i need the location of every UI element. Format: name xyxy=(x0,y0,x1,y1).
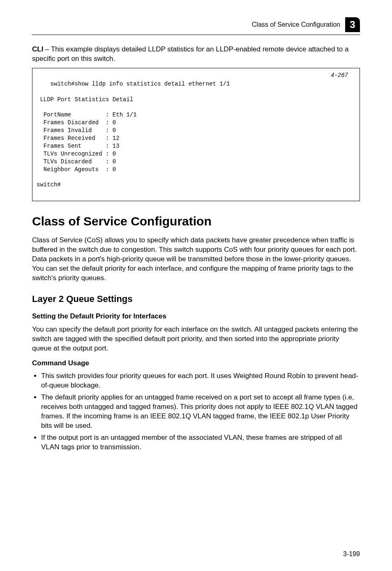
subsection-heading: Layer 2 Queue Settings xyxy=(32,293,360,306)
cli-output-box: 4-267switch#show lldp info statistics de… xyxy=(32,68,360,201)
command-usage-list: This switch provides four priority queue… xyxy=(32,371,360,452)
header-title: Class of Service Configuration xyxy=(252,20,340,29)
cli-prefix: CLI xyxy=(32,45,43,53)
subsub-body: You can specify the default port priorit… xyxy=(32,325,360,353)
command-usage-heading: Command Usage xyxy=(32,358,360,368)
chapter-badge: 3 xyxy=(345,17,360,32)
cli-output-text: switch#show lldp info statistics detail … xyxy=(37,81,230,188)
list-item: This switch provides four priority queue… xyxy=(41,371,360,390)
list-item: The default priority applies for an unta… xyxy=(41,393,360,431)
section-body: Class of Service (CoS) allows you to spe… xyxy=(32,236,360,283)
subsubsection-heading: Setting the Default Priority for Interfa… xyxy=(32,311,360,321)
list-item: If the output port is an untagged member… xyxy=(41,433,360,452)
cli-intro-paragraph: CLI – This example displays detailed LLD… xyxy=(32,45,360,64)
code-reference: 4-267 xyxy=(331,72,348,79)
page-header: Class of Service Configuration 3 xyxy=(32,17,360,32)
cli-intro-text: – This example displays detailed LLDP st… xyxy=(32,45,348,63)
section-heading: Class of Service Configuration xyxy=(32,213,360,230)
page-number: 3-199 xyxy=(343,550,360,559)
page-container: Class of Service Configuration 3 CLI – T… xyxy=(0,0,392,571)
header-divider xyxy=(32,35,360,35)
